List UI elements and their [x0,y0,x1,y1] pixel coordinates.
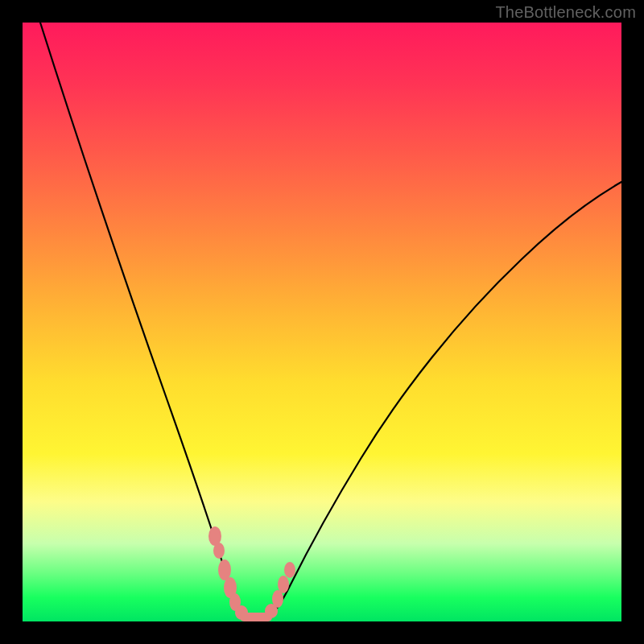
svg-point-1 [213,543,225,559]
svg-point-9 [278,576,289,593]
salmon-markers [208,526,295,621]
svg-point-2 [218,559,231,580]
chart-plot-area [23,23,621,621]
curves-svg [23,23,621,621]
svg-point-10 [284,562,295,578]
right-branch-curve [267,182,621,618]
watermark-text: TheBottleneck.com [495,3,636,22]
